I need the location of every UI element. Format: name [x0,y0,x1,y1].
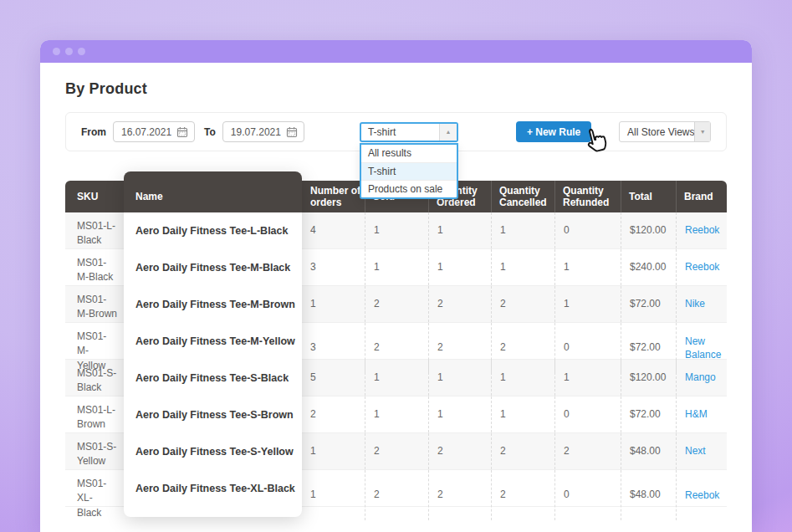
column-header-orders[interactable]: Number of orders [302,181,365,212]
name-column-card: Name Aero Daily Fitness Tee-L-Black Aero… [124,171,302,517]
total-cell: $72.00 [621,286,676,322]
orders-cell: 3 [302,249,365,285]
qty-cancelled-cell: 1 [491,212,554,248]
sku-cell: MS01-M-Black [65,249,124,285]
qty-cancelled-cell: 2 [491,433,554,469]
sold-cell: 2 [365,470,428,520]
product-name-cell: Aero Daily Fitness Tee-M-Black [124,249,302,286]
column-header-qty-cancelled[interactable]: Quantity Cancelled [491,181,554,212]
product-name-cell: Aero Daily Fitness Tee-M-Yellow [124,323,302,360]
product-report-table: SKU Number of orders Sold Quantity Order… [65,181,727,507]
qty-refunded-cell: 0 [554,396,621,432]
qty-ordered-cell: 2 [428,433,491,469]
orders-cell: 1 [302,470,365,520]
brand-link[interactable]: Reebok [685,489,726,502]
qty-refunded-cell: 0 [554,212,621,248]
qty-refunded-cell: 1 [554,360,621,396]
window-control-dot[interactable] [78,48,85,55]
brand-cell: Mango [676,360,727,396]
brand-cell: Reebok [676,470,727,520]
orders-cell: 2 [302,396,365,432]
dropdown-option-t-shirt[interactable]: T-shirt [361,162,457,180]
from-date-value: 16.07.2021 [121,126,171,138]
brand-link[interactable]: Reebok [685,223,726,237]
qty-ordered-cell: 1 [428,212,491,248]
qty-cancelled-cell: 1 [491,360,554,396]
page-title: By Product [65,80,727,98]
total-cell: $240.00 [621,249,676,285]
category-select-value: T-shirt [361,126,439,138]
store-view-value: All Store Views [620,126,694,138]
sold-cell: 1 [365,360,428,396]
filter-bar: From 16.07.2021 To 19.07.2021 T-shirt ▲ [65,112,727,151]
cursor-hand-icon [578,122,616,163]
column-header-total[interactable]: Total [621,181,676,212]
name-column-cells: Aero Daily Fitness Tee-L-Black Aero Dail… [124,212,302,507]
total-cell: $120.00 [621,212,676,248]
column-header-qty-refunded[interactable]: Quantity Refunded [554,181,621,212]
column-header-brand[interactable]: Brand [676,181,727,212]
category-select[interactable]: T-shirt ▲ [360,122,458,142]
dropdown-option-products-on-sale[interactable]: Products on sale [361,180,457,197]
brand-link[interactable]: New Balance [685,335,728,361]
store-view-select[interactable]: All Store Views ▼ [619,121,711,142]
brand-cell: H&M [676,396,727,432]
from-date-input[interactable]: 16.07.2021 [113,121,195,142]
category-dropdown-list: All results T-shirt Products on sale [360,143,458,199]
sold-cell: 1 [365,249,428,285]
brand-cell: Reebok [676,212,727,248]
brand-cell: Next [676,433,727,469]
product-name-cell: Aero Daily Fitness Tee-S-Brown [124,396,302,433]
sku-cell: MS01-XL-Black [65,470,124,520]
to-date-value: 19.07.2021 [231,126,281,138]
chevron-down-icon[interactable]: ▼ [694,122,710,141]
total-cell: $48.00 [621,470,676,520]
sold-cell: 2 [365,286,428,322]
brand-link[interactable]: H&M [685,407,714,421]
brand-cell: Reebok [676,249,727,285]
sold-cell: 1 [365,212,428,248]
product-name-cell: Aero Daily Fitness Tee-S-Yellow [124,433,302,470]
column-header-sku[interactable]: SKU [65,181,124,212]
qty-refunded-cell: 0 [554,470,621,520]
from-label: From [81,126,106,138]
orders-cell: 4 [302,212,365,248]
qty-ordered-cell: 2 [428,470,491,520]
qty-ordered-cell: 1 [428,249,491,285]
sold-cell: 2 [365,433,428,469]
sku-cell: MS01-S-Black [65,360,124,396]
qty-ordered-cell: 1 [428,360,491,396]
qty-cancelled-cell: 2 [491,286,554,322]
total-cell: $120.00 [621,360,676,396]
to-date-input[interactable]: 19.07.2021 [222,121,304,142]
brand-link[interactable]: Next [685,444,713,458]
sold-cell: 1 [365,396,428,432]
sku-cell: MS01-M-Brown [65,286,124,322]
window-control-dot[interactable] [53,48,60,55]
brand-link[interactable]: Nike [685,297,712,310]
sku-cell: MS01-S-Yellow [65,433,124,469]
qty-refunded-cell: 1 [554,249,621,285]
brand-link[interactable]: Reebok [685,260,726,274]
brand-link[interactable]: Mango [685,371,723,384]
calendar-icon[interactable] [286,126,298,138]
orders-cell: 1 [302,433,365,469]
window-titlebar[interactable] [40,40,752,63]
window-control-dot[interactable] [65,48,73,55]
chevron-up-icon[interactable]: ▲ [439,124,457,141]
qty-refunded-cell: 1 [554,286,621,322]
brand-cell: Nike [676,286,727,322]
product-name-cell: Aero Daily Fitness Tee-S-Black [124,360,302,396]
qty-ordered-cell: 1 [428,396,491,432]
app-window: By Product From 16.07.2021 To 19.07.2021… [40,40,752,532]
dropdown-option-all-results[interactable]: All results [361,145,457,162]
product-name-cell: Aero Daily Fitness Tee-M-Brown [124,286,302,323]
orders-cell: 1 [302,286,365,322]
calendar-icon[interactable] [176,126,188,138]
column-header-name[interactable]: Name [124,171,302,212]
product-name-cell: Aero Daily Fitness Tee-L-Black [124,212,302,249]
sku-cell: MS01-L-Brown [65,396,124,432]
to-label: To [204,126,216,138]
orders-cell: 5 [302,360,365,396]
qty-ordered-cell: 2 [428,286,491,322]
